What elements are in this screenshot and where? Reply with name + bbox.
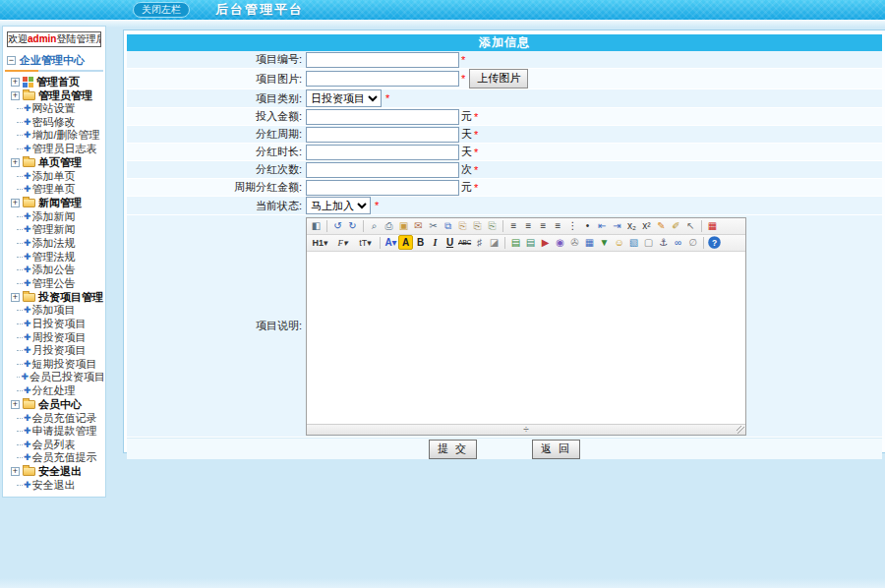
sidebar-leaf-item[interactable]: ✚管理单页 (3, 183, 105, 197)
sidebar-folder-item[interactable]: +投资项目管理 (3, 290, 105, 304)
toolbar-button[interactable]: ▦ (705, 218, 720, 233)
toolbar-button[interactable]: ✎ (654, 218, 669, 233)
collapse-icon[interactable]: − (7, 56, 16, 65)
toolbar-button[interactable]: ◪ (487, 235, 502, 250)
text-input[interactable] (306, 145, 459, 160)
sidebar-leaf-item[interactable]: ✚申请提款管理 (3, 425, 105, 439)
sidebar-folder-item[interactable]: +新闻管理 (3, 197, 105, 210)
sidebar-leaf-item[interactable]: ✚添加法规 (3, 237, 105, 251)
expand-icon[interactable]: + (11, 467, 20, 476)
toolbar-button[interactable]: ∞ (671, 235, 685, 250)
sidebar-leaf-item[interactable]: ✚管理公告 (3, 277, 105, 291)
sidebar-leaf-item[interactable]: ✚会员充值记录 (3, 411, 105, 425)
sidebar-leaf-item[interactable]: ✚短期投资项目 (3, 358, 105, 372)
toolbar-button[interactable]: ? (708, 236, 721, 249)
text-input[interactable] (306, 162, 459, 178)
sidebar-leaf-item[interactable]: ✚密码修改 (3, 116, 105, 130)
field-select[interactable]: 日投资项目 (306, 89, 382, 107)
toolbar-button[interactable]: ✇ (567, 235, 582, 250)
upload-image-button[interactable]: 上传图片 (469, 69, 528, 88)
corner-resize-grip[interactable] (737, 426, 744, 434)
toolbar-button[interactable]: ▶ (538, 235, 553, 250)
sidebar-leaf-item[interactable]: ✚添加公告 (3, 264, 105, 277)
toolbar-button[interactable]: ≡ (521, 218, 536, 233)
toolbar-button[interactable]: ▧ (626, 235, 641, 250)
toolbar-button[interactable]: x² (639, 218, 654, 233)
toolbar-button[interactable]: ↖ (683, 218, 698, 233)
sidebar-folder-item[interactable]: +单页管理 (3, 155, 105, 169)
resize-handle-icon[interactable]: ÷ (523, 425, 529, 434)
sidebar-leaf-item[interactable]: ✚分红处理 (3, 384, 105, 398)
toolbar-button[interactable]: H1▾ (309, 235, 331, 250)
expand-icon[interactable]: + (11, 78, 20, 87)
editor-content[interactable] (307, 252, 745, 424)
sidebar-folder-item[interactable]: +会员中心 (3, 397, 105, 411)
expand-icon[interactable]: + (11, 293, 20, 302)
toolbar-button[interactable]: ⋮ (565, 218, 580, 233)
text-input[interactable] (306, 180, 459, 196)
back-button[interactable]: 返 回 (532, 440, 580, 459)
toolbar-button[interactable]: ⧉ (441, 218, 455, 233)
expand-icon[interactable]: + (11, 400, 20, 409)
sidebar-leaf-item[interactable]: ✚会员列表 (3, 438, 105, 451)
sidebar-folder-item[interactable]: +安全退出 (3, 465, 105, 479)
toolbar-button[interactable]: ✉ (411, 218, 426, 233)
sidebar-leaf-item[interactable]: ✚会员已投资项目 (3, 371, 105, 384)
sidebar-leaf-item[interactable]: ✚管理新闻 (3, 223, 105, 237)
toolbar-button[interactable]: ◧ (309, 218, 324, 233)
toolbar-button[interactable]: ≡ (536, 218, 551, 233)
toolbar-button[interactable]: ✂ (426, 218, 441, 233)
toolbar-button[interactable]: ≡ (551, 218, 565, 233)
expand-icon[interactable]: + (11, 199, 20, 207)
sidebar-leaf-item[interactable]: ✚添加新闻 (3, 210, 105, 224)
sidebar-leaf-item[interactable]: ✚管理员日志表 (3, 143, 105, 156)
toolbar-button[interactable]: ⇤ (595, 218, 610, 233)
toolbar-button[interactable]: ↻ (345, 218, 360, 233)
toolbar-button[interactable]: ⎘ (470, 218, 485, 233)
toolbar-button[interactable]: ⎘ (485, 218, 500, 233)
field-select[interactable]: 马上加入 (306, 197, 371, 214)
toolbar-button[interactable]: ◉ (553, 235, 567, 250)
sidebar-leaf-item[interactable]: ✚网站设置 (3, 102, 105, 116)
sidebar-folder-item[interactable]: +管理员管理 (3, 88, 105, 102)
toolbar-button[interactable]: ▢ (641, 235, 656, 250)
text-input[interactable] (306, 71, 459, 87)
toolbar-button[interactable]: B (413, 235, 428, 250)
toolbar-button[interactable]: ABC (457, 235, 472, 250)
toolbar-button[interactable]: U (442, 235, 457, 250)
sidebar-leaf-item[interactable]: ✚月投资项目 (3, 344, 105, 358)
toolbar-button[interactable]: tT▾ (354, 235, 377, 250)
expand-icon[interactable]: + (11, 158, 20, 167)
sidebar-leaf-item[interactable]: ✚会员充值提示 (3, 451, 105, 465)
toolbar-button[interactable]: A▾ (384, 235, 398, 250)
toolbar-button[interactable]: ↺ (330, 218, 345, 233)
toolbar-button[interactable]: ▦ (582, 235, 597, 250)
toolbar-button[interactable]: ☺ (612, 235, 626, 250)
text-input[interactable] (306, 109, 459, 125)
toolbar-button[interactable]: x₂ (624, 218, 639, 233)
toolbar-button[interactable]: ⎙ (382, 218, 396, 233)
toolbar-button[interactable]: • (580, 218, 595, 233)
toolbar-button[interactable]: I (428, 235, 442, 250)
sidebar-leaf-item[interactable]: ✚添加单页 (3, 169, 105, 183)
toolbar-button[interactable]: ♯ (472, 235, 487, 250)
sidebar-leaf-item[interactable]: ✚周投资项目 (3, 330, 105, 344)
text-input[interactable] (306, 127, 459, 143)
toolbar-button[interactable]: ▤ (508, 235, 523, 250)
toolbar-button[interactable]: ⚓ (656, 235, 671, 250)
toolbar-button[interactable]: ∅ (685, 235, 700, 250)
toolbar-button[interactable]: A (398, 235, 413, 250)
expand-icon[interactable]: + (11, 91, 20, 100)
toolbar-button[interactable]: ✐ (669, 218, 683, 233)
close-left-panel-button[interactable]: 关闭左栏 (133, 2, 190, 18)
text-input[interactable] (306, 52, 459, 68)
toolbar-button[interactable]: ⌕ (367, 218, 382, 233)
toolbar-button[interactable]: ▼ (597, 235, 612, 250)
toolbar-button[interactable]: ⎘ (455, 218, 470, 233)
sidebar-leaf-item[interactable]: ✚安全退出 (3, 479, 105, 493)
sidebar-leaf-item[interactable]: ✚增加/删除管理 (3, 129, 105, 143)
toolbar-button[interactable]: ≡ (506, 218, 521, 233)
toolbar-button[interactable]: ▤ (523, 235, 538, 250)
toolbar-button[interactable]: F▾ (331, 235, 354, 250)
submit-button[interactable]: 提 交 (429, 440, 477, 459)
